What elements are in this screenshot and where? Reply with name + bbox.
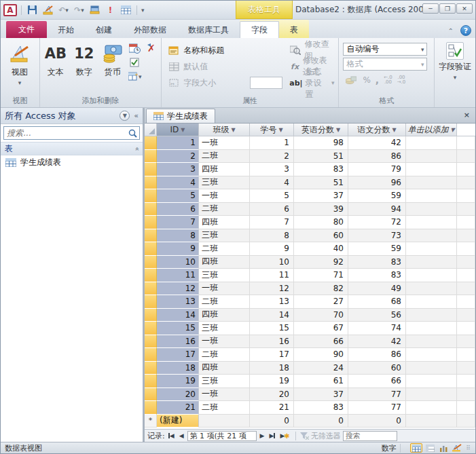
id-cell[interactable]: 20	[157, 388, 199, 402]
chinese-score-cell[interactable]: 42	[348, 136, 406, 150]
chinese-score-cell[interactable]: 72	[348, 216, 406, 229]
id-cell[interactable]: 2	[157, 150, 199, 164]
class-cell[interactable]: 二班	[199, 150, 250, 164]
undo-icon[interactable]: ↶▾	[57, 3, 70, 16]
document-tab-student-score-table[interactable]: 学生成绩表	[146, 109, 215, 123]
tab-file[interactable]: 文件	[6, 21, 47, 38]
student-number-cell[interactable]: 4	[250, 176, 294, 190]
chinese-score-cell[interactable]: 49	[348, 282, 406, 296]
column-header-student-number[interactable]: 学号▼	[250, 124, 294, 136]
chinese-score-cell[interactable]: 74	[348, 322, 406, 335]
english-score-cell[interactable]: 66	[294, 335, 348, 349]
click-to-add-cell[interactable]	[406, 415, 457, 428]
previous-record-button[interactable]: ◀	[178, 432, 185, 439]
class-cell[interactable]: 二班	[199, 348, 250, 362]
english-score-cell[interactable]: 83	[294, 401, 348, 415]
column-header-chinese-score[interactable]: 语文分数▼	[348, 124, 406, 136]
run-icon[interactable]: !	[104, 3, 117, 16]
delete-field-icon[interactable]: ✗	[145, 42, 158, 54]
row-selector[interactable]	[145, 348, 157, 362]
student-number-cell[interactable]: 19	[250, 375, 294, 388]
row-selector[interactable]	[145, 189, 157, 203]
close-button[interactable]: ✕	[456, 3, 473, 14]
row-selector[interactable]	[145, 282, 157, 296]
resize-grip[interactable]: ⠿	[466, 444, 471, 451]
click-to-add-cell[interactable]	[406, 335, 457, 349]
student-number-cell[interactable]: 9	[250, 242, 294, 256]
field-validation-button[interactable]: 字段验证 ▾	[436, 39, 474, 107]
student-number-cell[interactable]: 6	[250, 203, 294, 216]
click-to-add-cell[interactable]	[406, 216, 457, 229]
column-header-class[interactable]: 班级▼	[199, 124, 250, 136]
number-field-button[interactable]: 12 数字	[70, 39, 98, 96]
new-id-cell[interactable]: (新建)	[157, 415, 199, 428]
help-icon[interactable]: ?	[460, 25, 471, 36]
click-to-add-cell[interactable]	[406, 282, 457, 296]
student-number-cell[interactable]: 14	[250, 309, 294, 322]
row-selector[interactable]	[145, 309, 157, 322]
increase-decimals-icon[interactable]: ←.0.00	[384, 75, 392, 85]
click-to-add-cell[interactable]	[406, 295, 457, 309]
class-cell[interactable]: 四班	[199, 362, 250, 375]
select-all-corner[interactable]	[145, 124, 157, 136]
field-size-button[interactable]: ↔ 字段大小	[167, 76, 247, 90]
class-cell[interactable]: 三班	[199, 375, 250, 388]
currency-field-button[interactable]: 货币	[98, 39, 127, 96]
student-number-cell[interactable]: 16	[250, 335, 294, 349]
property-sheet-icon[interactable]	[88, 3, 101, 16]
data-type-dropdown[interactable]: 自动编号 ▾	[343, 43, 427, 56]
id-cell[interactable]: 12	[157, 282, 199, 296]
column-header-english-score[interactable]: 英语分数▼	[294, 124, 348, 136]
pivottable-view-button[interactable]	[424, 443, 436, 453]
tab-database-tools[interactable]: 数据库工具	[177, 22, 240, 38]
class-cell[interactable]: 二班	[199, 203, 250, 216]
decrease-decimals-icon[interactable]: .00→.0	[397, 75, 406, 85]
datasheet-icon[interactable]	[120, 3, 132, 16]
minimize-button[interactable]: ─	[422, 3, 439, 14]
click-to-add-cell[interactable]	[406, 189, 457, 203]
click-to-add-cell[interactable]	[406, 322, 457, 335]
id-cell[interactable]: 6	[157, 203, 199, 216]
yes-no-icon[interactable]	[128, 56, 142, 69]
row-selector[interactable]	[145, 163, 157, 176]
close-document-icon[interactable]: ×	[464, 111, 470, 119]
class-cell[interactable]: 一班	[199, 136, 250, 150]
nav-section-tables[interactable]: 表 »	[1, 142, 143, 155]
row-selector[interactable]	[145, 176, 157, 190]
class-cell[interactable]: 一班	[199, 282, 250, 296]
english-score-cell[interactable]: 24	[294, 362, 348, 375]
row-selector[interactable]	[145, 229, 157, 243]
english-score-cell[interactable]: 92	[294, 256, 348, 269]
row-selector[interactable]	[145, 322, 157, 335]
class-cell[interactable]: 二班	[199, 295, 250, 309]
chinese-score-cell[interactable]: 83	[348, 256, 406, 269]
id-cell[interactable]: 17	[157, 348, 199, 362]
last-record-button[interactable]: ▶	[268, 432, 276, 439]
nav-pane-header[interactable]: 所有 Access 对象 ▼ «	[1, 108, 143, 124]
class-cell[interactable]: 四班	[199, 216, 250, 229]
row-selector[interactable]	[145, 269, 157, 282]
student-number-cell[interactable]: 2	[250, 150, 294, 164]
class-cell[interactable]: 三班	[199, 229, 250, 243]
english-score-cell[interactable]: 27	[294, 295, 348, 309]
chinese-score-cell[interactable]: 73	[348, 229, 406, 243]
chinese-score-cell[interactable]: 59	[348, 242, 406, 256]
chevron-down-icon[interactable]: ▼	[231, 127, 235, 133]
chinese-score-cell[interactable]: 66	[348, 375, 406, 388]
comma-icon[interactable]: ,	[376, 75, 379, 86]
column-header-click-to-add[interactable]: 单击以添加▼	[406, 124, 457, 136]
student-number-cell[interactable]: 18	[250, 362, 294, 375]
row-selector[interactable]	[145, 375, 157, 388]
tab-home[interactable]: 开始	[47, 22, 85, 38]
row-selector[interactable]	[145, 256, 157, 269]
id-cell[interactable]: 8	[157, 229, 199, 243]
class-cell[interactable]: 三班	[199, 269, 250, 282]
access-logo-icon[interactable]: A	[3, 4, 17, 16]
chinese-score-cell[interactable]: 94	[348, 203, 406, 216]
click-to-add-cell[interactable]	[406, 229, 457, 243]
nav-item-student-score-table[interactable]: 学生成绩表	[1, 155, 143, 170]
chinese-score-cell[interactable]: 86	[348, 348, 406, 362]
tab-table[interactable]: 表	[279, 22, 309, 38]
click-to-add-cell[interactable]	[406, 348, 457, 362]
student-number-cell[interactable]: 5	[250, 189, 294, 203]
